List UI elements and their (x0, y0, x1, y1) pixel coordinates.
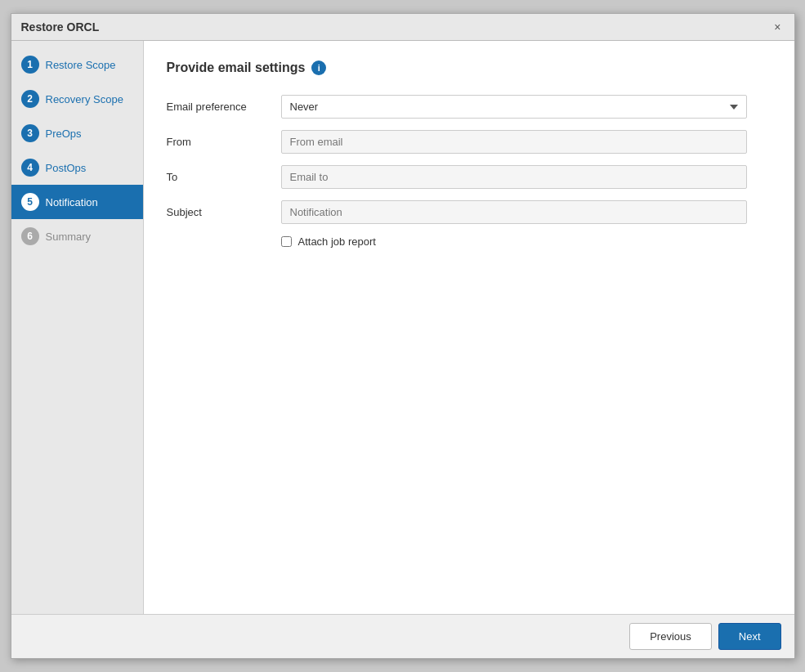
to-label: To (167, 171, 281, 183)
section-title: Provide email settings (167, 60, 306, 75)
dialog-footer: Previous Next (11, 614, 794, 658)
dialog-title: Restore ORCL (21, 20, 100, 34)
restore-dialog: Restore ORCL × 1 Restore Scope 2 Recover… (11, 13, 795, 659)
from-label: From (167, 136, 281, 148)
email-preference-select[interactable]: Never On Failure Always (281, 95, 747, 119)
sidebar: 1 Restore Scope 2 Recovery Scope 3 PreOp… (11, 41, 144, 614)
subject-label: Subject (167, 206, 281, 218)
email-preference-row: Email preference Never On Failure Always (167, 95, 771, 119)
email-preference-label: Email preference (167, 101, 281, 113)
from-control (281, 130, 747, 154)
close-button[interactable]: × (771, 21, 784, 33)
subject-control (281, 200, 747, 224)
step-badge-5: 5 (21, 193, 39, 211)
sidebar-item-label-1: Restore Scope (46, 59, 116, 71)
step-badge-3: 3 (21, 124, 39, 142)
sidebar-item-preops[interactable]: 3 PreOps (11, 116, 143, 150)
sidebar-item-postops[interactable]: 4 PostOps (11, 150, 143, 185)
sidebar-item-notification[interactable]: 5 Notification (11, 185, 143, 219)
sidebar-item-restore-scope[interactable]: 1 Restore Scope (11, 47, 143, 82)
previous-button[interactable]: Previous (629, 623, 712, 650)
email-preference-control: Never On Failure Always (281, 95, 747, 119)
to-row: To (167, 165, 771, 189)
sidebar-item-label-6: Summary (46, 231, 92, 243)
step-badge-6: 6 (21, 227, 39, 245)
step-badge-2: 2 (21, 90, 39, 108)
to-input[interactable] (281, 165, 747, 189)
to-control (281, 165, 747, 189)
dialog-titlebar: Restore ORCL × (11, 14, 794, 41)
from-input[interactable] (281, 130, 747, 154)
main-content: Provide email settings i Email preferenc… (144, 41, 794, 614)
info-icon[interactable]: i (311, 60, 326, 75)
step-badge-1: 1 (21, 56, 39, 74)
sidebar-item-label-5: Notification (46, 196, 98, 208)
sidebar-item-summary: 6 Summary (11, 219, 143, 253)
sidebar-item-label-4: PostOps (46, 162, 87, 174)
subject-row: Subject (167, 200, 771, 224)
attach-job-report-checkbox[interactable] (281, 236, 292, 247)
attach-job-report-label: Attach job report (298, 235, 376, 248)
step-badge-4: 4 (21, 159, 39, 177)
subject-input[interactable] (281, 200, 747, 224)
sidebar-item-label-3: PreOps (46, 128, 82, 140)
from-row: From (167, 130, 771, 154)
next-button[interactable]: Next (718, 623, 781, 650)
sidebar-item-recovery-scope[interactable]: 2 Recovery Scope (11, 82, 143, 116)
attach-job-report-row: Attach job report (281, 235, 771, 248)
dialog-body: 1 Restore Scope 2 Recovery Scope 3 PreOp… (11, 41, 794, 614)
section-header: Provide email settings i (167, 60, 771, 75)
sidebar-item-label-2: Recovery Scope (46, 93, 123, 105)
